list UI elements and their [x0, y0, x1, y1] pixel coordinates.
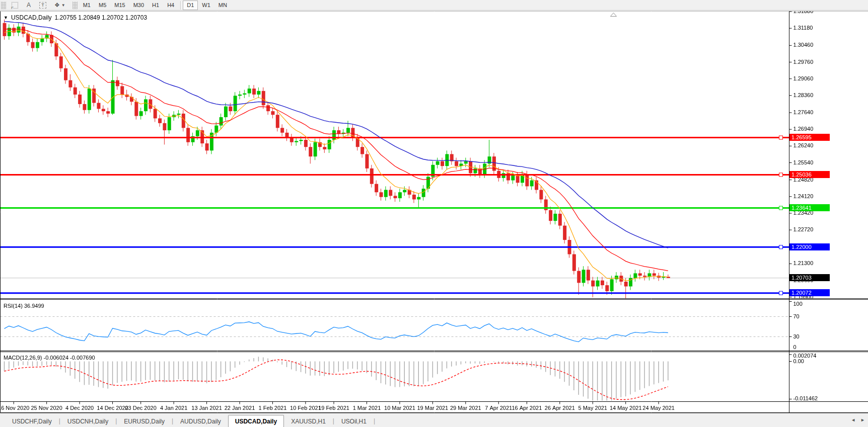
resistance-price-label[interactable]: 1.26595: [789, 134, 830, 141]
chart-canvas[interactable]: [0, 11, 868, 413]
objects-arrows-icon: ❖: [54, 2, 60, 9]
grid-f-icon: [12, 2, 18, 9]
timeframe-m5-button[interactable]: M5: [95, 1, 110, 10]
toolbar-grip[interactable]: [1, 2, 6, 9]
tab-usdcad-daily[interactable]: USDCAD,Daily: [228, 415, 284, 427]
timeframe-d1-button[interactable]: D1: [183, 1, 198, 10]
grid-f-icon[interactable]: [8, 1, 22, 10]
current-price-label: 1.20703: [789, 274, 830, 281]
support-price-label[interactable]: 1.22000: [789, 243, 830, 250]
macd-indicator-label: MACD(12,26,9) -0.006024 -0.007690: [4, 355, 95, 361]
timeframe-mn-button[interactable]: MN: [214, 1, 231, 10]
symbol-tab-bar: USDCHF,Daily | USDCNH,Daily | EURUSD,Dai…: [0, 413, 868, 427]
tab-xauusd-h1[interactable]: XAUUSD,H1: [284, 415, 333, 427]
timeframe-h4-button[interactable]: H4: [163, 1, 178, 10]
timeframe-h1-button[interactable]: H1: [148, 1, 163, 10]
chevron-down-icon: ▼: [61, 3, 65, 8]
timeframe-m30-button[interactable]: M30: [129, 1, 148, 10]
tab-usdcnh-daily[interactable]: USDCNH,Daily: [60, 415, 115, 427]
chart-symbol-period: USDCAD,Daily: [11, 14, 52, 21]
chevron-down-icon: ▼: [4, 15, 8, 20]
text-a-icon: A: [27, 2, 31, 9]
text-tool-button[interactable]: A: [22, 1, 35, 10]
resistance-price-label[interactable]: 1.25036: [789, 171, 830, 178]
tab-usdchf-daily[interactable]: USDCHF,Daily: [5, 415, 59, 427]
tab-divider: |: [374, 417, 375, 424]
objects-dropdown-button[interactable]: ❖ ▼: [50, 1, 69, 10]
label-tool-button[interactable]: T: [35, 1, 50, 10]
timeframe-w1-button[interactable]: W1: [198, 1, 214, 10]
tab-eurusd-daily[interactable]: EURUSD,Daily: [117, 415, 172, 427]
timeframe-m15-button[interactable]: M15: [110, 1, 129, 10]
chart-title: ▼ USDCAD,Daily 1.20755 1.20849 1.20702 1…: [4, 14, 147, 21]
tab-scroll-right-icon[interactable]: ►: [860, 417, 865, 422]
timeframe-m1-button[interactable]: M1: [79, 1, 95, 10]
tab-scroll-left-icon[interactable]: ◄: [851, 417, 855, 422]
chart-window: ▼ USDCAD,Daily 1.20755 1.20849 1.20702 1…: [0, 11, 868, 413]
label-t-icon: T: [39, 2, 46, 9]
support-price-label[interactable]: 1.23641: [789, 204, 830, 211]
top-toolbar: A T ❖ ▼ M1 M5 M15 M30 H1 H4 D1 W1 MN: [0, 0, 868, 11]
toolbar-separator: [180, 1, 181, 10]
chart-ohlc-readout: 1.20755 1.20849 1.20702 1.20703: [55, 14, 148, 21]
tab-audusd-daily[interactable]: AUDUSD,Daily: [173, 415, 228, 427]
rsi-indicator-label: RSI(14) 36.9499: [4, 303, 44, 309]
support-price-label[interactable]: 1.20072: [789, 289, 830, 296]
toolbar-grip[interactable]: [73, 2, 78, 9]
tab-usoil-h1[interactable]: USOil,H1: [334, 415, 374, 427]
